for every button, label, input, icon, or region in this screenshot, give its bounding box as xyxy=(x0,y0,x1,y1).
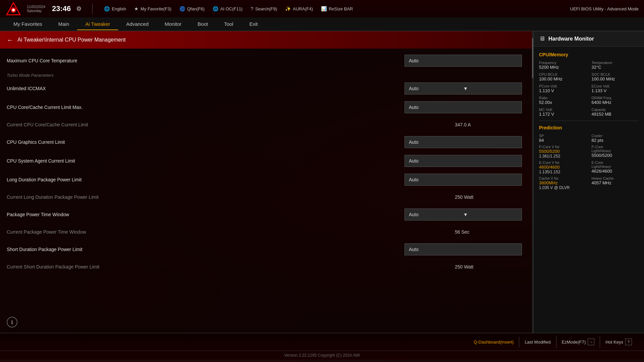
setting-label: Unlimited ICCMAX xyxy=(7,86,405,91)
footer: Q-Dashboard(Insert)Last ModifiedEzMode(F… xyxy=(0,333,644,360)
input-control[interactable]: Auto xyxy=(405,174,522,186)
hw-item-value: 1.133 V xyxy=(592,88,639,93)
setting-label: Current Short Duration Package Power Lim… xyxy=(7,264,455,269)
nav-item-boot[interactable]: Boot xyxy=(190,18,216,30)
hw-monitor-content: CPU/Memory Frequency5200 MHzTemperature3… xyxy=(534,47,644,333)
hw-divider xyxy=(539,121,639,121)
footer-version: Version 2.22.1295 Copyright (C) 2024 AMI xyxy=(0,351,644,360)
nav-item-monitor[interactable]: Monitor xyxy=(157,18,190,30)
toolbar-item-search-f9-[interactable]: ?Search(F9) xyxy=(247,5,280,13)
toolbar-icon: ★ xyxy=(134,6,139,11)
hw-pred-item: SP 84 xyxy=(539,134,586,143)
setting-label: Package Power Time Window xyxy=(7,212,405,217)
hw-item-label: Ratio xyxy=(539,96,586,100)
nav-bar: My FavoritesMainAi TweakerAdvancedMonito… xyxy=(0,17,644,31)
toolbar-icon: 🌀 xyxy=(179,6,185,11)
nav-item-tool[interactable]: Tool xyxy=(216,18,241,30)
pred-label: P-Core V for xyxy=(539,145,586,149)
settings-row: Long Duration Package Power LimitAuto xyxy=(0,170,532,189)
pred-label: SP xyxy=(539,134,586,138)
main-layout: ← Ai Tweaker\Internal CPU Power Manageme… xyxy=(0,31,644,333)
nav-item-my-favorites[interactable]: My Favorites xyxy=(5,18,50,30)
settings-list[interactable]: Maximum CPU Core TemperatureAutoTurbo Mo… xyxy=(0,49,532,311)
toolbar-item-my-favorite-f3-[interactable]: ★My Favorite(F3) xyxy=(131,5,175,13)
nav-item-main[interactable]: Main xyxy=(50,18,77,30)
info-icon[interactable]: ℹ xyxy=(7,317,17,327)
hw-item-value: 6400 MHz xyxy=(592,100,639,105)
input-control[interactable]: Auto xyxy=(405,243,522,255)
setting-label: Long Duration Package Power Limit xyxy=(7,177,405,182)
dropdown-control[interactable]: Auto▼ xyxy=(405,208,522,221)
cpu-memory-grid: Frequency5200 MHzTemperature32°CCPU BCLK… xyxy=(539,61,639,117)
section-header: Turbo Mode Parameters xyxy=(0,70,532,79)
hw-cpu-item: Temperature32°C xyxy=(592,61,639,70)
hw-pred-item: P-Core Light/Heavy 5500/5200 xyxy=(592,145,639,159)
hw-cpu-item: Frequency5200 MHz xyxy=(539,61,586,70)
toolbar-icon: 📊 xyxy=(321,6,327,11)
hw-cpu-item: SOC BCLK100.00 MHz xyxy=(592,72,639,81)
dropdown-value: Auto xyxy=(409,86,463,91)
top-bar: 11/02/2024 Saturday 23:46 ⚙ 🌐English★My … xyxy=(0,0,644,17)
footer-btn-icon: ? xyxy=(625,339,632,345)
hw-item-value: 1.172 V xyxy=(539,112,586,117)
hw-item-label: Temperature xyxy=(592,61,639,65)
nav-item-exit[interactable]: Exit xyxy=(241,18,266,30)
dropdown-arrow-icon: ▼ xyxy=(463,212,518,217)
footer-btn-ezmode-f7-[interactable]: EzMode(F7)→ xyxy=(556,336,600,348)
toolbar-item-qfan-f6-[interactable]: 🌀Qfan(F6) xyxy=(176,5,208,13)
hw-cpu-item: DRAM Freq.6400 MHz xyxy=(592,96,639,105)
footer-btn-q-dashboard-insert-[interactable]: Q-Dashboard(Insert) xyxy=(468,337,519,347)
toolbar-label: ReSize BAR xyxy=(329,6,353,11)
info-icon-area: ℹ xyxy=(0,311,532,333)
input-control[interactable]: Auto xyxy=(405,55,522,67)
input-control[interactable]: Auto xyxy=(405,155,522,167)
toolbar-icon: 🌐 xyxy=(104,6,110,11)
hw-pred-item: Heavy Cache 4057 MHz xyxy=(592,176,639,190)
settings-row: Current Short Duration Package Power Lim… xyxy=(0,259,532,275)
setting-value: 347.0 A xyxy=(455,122,522,127)
hw-pred-item: E-Core V for 4600/4600 1.135/1.152 xyxy=(539,161,586,174)
settings-row: Short Duration Package Power LimitAuto xyxy=(0,240,532,259)
settings-row: Current Package Power Time Window56 Sec xyxy=(0,224,532,240)
breadcrumb-text: Ai Tweaker\Internal CPU Power Management xyxy=(17,37,126,43)
hw-pred-item: Cache V for 3800MHz 1.035 V @ DLVR xyxy=(539,176,586,190)
toolbar-label: English xyxy=(112,6,126,11)
hw-item-value: 5200 MHz xyxy=(539,65,586,70)
hw-monitor-icon: 🖥 xyxy=(539,35,545,42)
footer-btn-last-modified[interactable]: Last Modified xyxy=(519,337,556,347)
hw-cpu-item: PCore Volt.1.110 V xyxy=(539,84,586,93)
setting-label: Current Long Duration Package Power Limi… xyxy=(7,194,455,200)
setting-label: Maximum CPU Core Temperature xyxy=(7,58,405,63)
setting-value: 56 Sec xyxy=(455,229,522,235)
hw-item-label: PCore Volt. xyxy=(539,84,586,88)
settings-icon[interactable]: ⚙ xyxy=(76,5,82,12)
nav-item-advanced[interactable]: Advanced xyxy=(118,18,157,30)
input-control[interactable]: Auto xyxy=(405,136,522,148)
dropdown-control[interactable]: Auto▼ xyxy=(405,82,522,95)
input-control[interactable]: Auto xyxy=(405,101,522,113)
nav-item-ai-tweaker[interactable]: Ai Tweaker xyxy=(77,18,118,30)
hw-item-value: 52.00x xyxy=(539,100,586,105)
toolbar-item-resize-bar[interactable]: 📊ReSize BAR xyxy=(318,5,356,13)
toolbar-item-aura-f4-[interactable]: ✨AURA(F4) xyxy=(282,5,316,13)
toolbar-item-english[interactable]: 🌐English xyxy=(101,5,129,13)
pred-label: E-Core Light/Heavy xyxy=(592,161,639,169)
back-button[interactable]: ← xyxy=(7,36,13,44)
toolbar-items: 🌐English★My Favorite(F3)🌀Qfan(F6)🌐AI OC(… xyxy=(101,5,565,13)
toolbar-icon: ✨ xyxy=(285,6,291,11)
pred-value: 84 xyxy=(539,138,586,143)
toolbar-item-ai-oc-f11-[interactable]: 🌐AI OC(F11) xyxy=(209,5,246,13)
hw-item-value: 32°C xyxy=(592,65,639,70)
hw-cpu-item: MC Volt.1.172 V xyxy=(539,108,586,117)
hw-cpu-item: ECore Volt.1.133 V xyxy=(592,84,639,93)
breadcrumb: ← Ai Tweaker\Internal CPU Power Manageme… xyxy=(0,31,532,49)
setting-value: 250 Watt xyxy=(455,194,522,200)
scroll-thumb[interactable] xyxy=(532,38,533,78)
setting-label: CPU Core/Cache Current Limit Max. xyxy=(7,105,405,110)
settings-row: CPU System Agent Current LimitAuto xyxy=(0,152,532,170)
footer-btn-hot-keys[interactable]: Hot Keys? xyxy=(600,336,637,348)
setting-label: Short Duration Package Power Limit xyxy=(7,247,405,252)
pred-label: P-Core Light/Heavy xyxy=(592,145,639,153)
hw-item-label: ECore Volt. xyxy=(592,84,639,88)
settings-row: Current Long Duration Package Power Limi… xyxy=(0,189,532,205)
